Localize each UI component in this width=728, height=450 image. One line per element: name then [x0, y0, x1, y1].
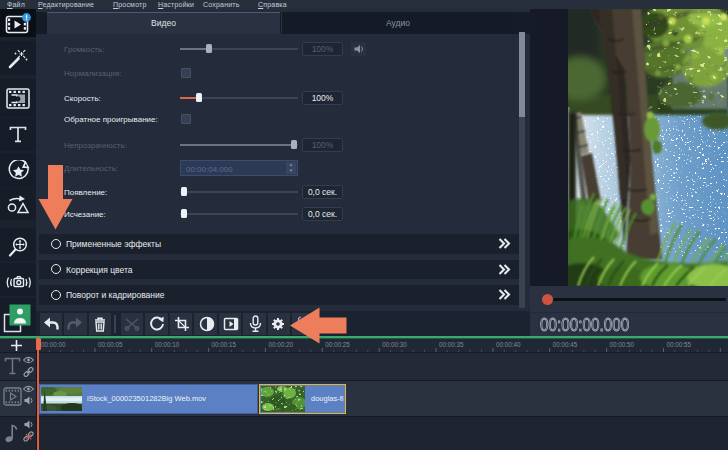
svg-text:00:00:15: 00:00:15: [212, 341, 237, 348]
svg-text:00:00:00: 00:00:00: [41, 341, 66, 348]
svg-text:00:00:05: 00:00:05: [98, 341, 123, 348]
svg-text:00:00:35: 00:00:35: [439, 341, 464, 348]
svg-text:00:00:10: 00:00:10: [155, 341, 180, 348]
svg-text:00:00:40: 00:00:40: [496, 341, 521, 348]
svg-text:00:00:45: 00:00:45: [553, 341, 578, 348]
svg-text:00:00:50: 00:00:50: [610, 341, 635, 348]
svg-text:00:00:55: 00:00:55: [667, 341, 692, 348]
svg-text:00:00:30: 00:00:30: [382, 341, 407, 348]
